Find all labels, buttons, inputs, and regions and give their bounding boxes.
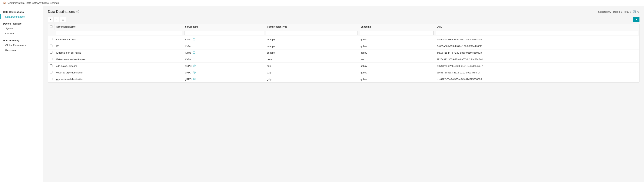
server-type-text: Kafka xyxy=(185,45,191,48)
row-server-type: Kafka ⓘ xyxy=(183,36,195,43)
row-destination-name: External-non-ssl-kafka xyxy=(54,50,183,56)
breadcrumb-admin[interactable]: Administration xyxy=(8,2,24,4)
filter-button[interactable]: ▼ xyxy=(633,17,640,22)
col-header-uuid[interactable]: UUID xyxy=(435,24,639,30)
row-checkbox[interactable] xyxy=(50,64,52,67)
row-info-icon[interactable]: ⓘ xyxy=(193,38,195,41)
table-row: grpc-external-destination gRPC ⓘ gzip gp… xyxy=(48,76,639,83)
row-checkbox-cell xyxy=(48,43,54,50)
sidebar-item-resource[interactable]: Resource xyxy=(0,48,43,53)
server-type-text: gRPC xyxy=(185,71,192,74)
table-row: D1 Kafka ⓘ snappy gpbkv 7e635a06-b203-4b… xyxy=(48,43,639,50)
server-type-text: Kafka xyxy=(185,51,191,54)
data-table-wrapper: Destination Name Server Type Compression… xyxy=(48,24,640,83)
gear-icon[interactable]: ⚙ xyxy=(637,10,640,13)
row-checkbox[interactable] xyxy=(50,58,52,60)
col-header-destination-name[interactable]: Destination Name xyxy=(54,24,183,30)
row-uuid: e6cd875f-c2c3-4116-9210-d9ca37ff4f14 xyxy=(435,69,639,76)
row-checkbox[interactable] xyxy=(50,78,52,80)
toolbar-right: ▼ xyxy=(633,17,640,22)
page-title-text: Data Destinations xyxy=(48,10,75,14)
header-right: Selected 0 / Filtered 0 / Total 7 🔄 ⚙ xyxy=(598,10,640,13)
filter-input-encoding[interactable] xyxy=(360,31,434,35)
col-header-check xyxy=(48,24,54,30)
row-checkbox[interactable] xyxy=(50,51,52,54)
refresh-icon[interactable]: 🔄 xyxy=(633,10,636,13)
select-all-checkbox[interactable] xyxy=(50,25,52,28)
row-compression-type: gzip xyxy=(265,76,358,83)
row-info-icon[interactable]: ⓘ xyxy=(193,64,196,68)
row-info-icon[interactable]: ⓘ xyxy=(193,44,195,48)
row-encoding: gpbkv xyxy=(358,76,434,83)
add-button[interactable]: + xyxy=(48,17,53,22)
row-checkbox-cell xyxy=(48,36,54,43)
toolbar: + ✎ 🗑 ▼ xyxy=(48,17,640,22)
row-encoding: gpbkv xyxy=(358,36,434,43)
col-header-server-type[interactable]: Server Type xyxy=(183,24,265,30)
page-title: Data Destinations ⓘ xyxy=(48,10,79,14)
filter-cell-server xyxy=(183,30,265,36)
row-checkbox-cell xyxy=(48,50,54,56)
row-checkbox[interactable] xyxy=(50,38,52,40)
row-checkbox[interactable] xyxy=(50,71,52,73)
sidebar-item-global-parameters[interactable]: Global Parameters xyxy=(0,43,43,48)
table-row: Crosswork_Kafka Kafka ⓘ snappy gpbkv c2a… xyxy=(48,36,639,43)
sidebar-section-data-gateway: Data Gateway xyxy=(0,38,43,43)
edit-button[interactable]: ✎ xyxy=(54,17,59,22)
delete-button[interactable]: 🗑 xyxy=(60,17,66,22)
row-destination-name: cdg-astack-pipeline xyxy=(54,63,183,69)
filter-input-uuid[interactable] xyxy=(436,31,638,35)
filter-input-compression[interactable] xyxy=(266,31,358,35)
sidebar-section-device-package: Device Package xyxy=(0,21,43,26)
sidebar-item-system[interactable]: System xyxy=(0,26,43,31)
row-info-icon[interactable]: ⓘ xyxy=(193,51,195,54)
table-row: cdg-astack-pipeline gRPC ⓘ gzip gpbkv e9… xyxy=(48,63,639,69)
row-info-icon[interactable]: ⓘ xyxy=(193,71,196,74)
table-row: External-non-ssl-kafka Kafka ⓘ snappy gp… xyxy=(48,50,639,56)
col-header-compression-type[interactable]: Compression Type xyxy=(265,24,358,30)
row-destination-name: grpc-external-destination xyxy=(54,76,183,83)
row-uuid: 7e635a06-b203-4b07-a137-80f99a4b00f3 xyxy=(435,43,639,50)
server-type-text: Kafka xyxy=(185,38,191,41)
toolbar-left: + ✎ 🗑 xyxy=(48,17,66,22)
filter-cell-compression xyxy=(265,30,358,36)
table-body: Crosswork_Kafka Kafka ⓘ snappy gpbkv c2a… xyxy=(48,36,639,83)
row-compression-type: snappy xyxy=(265,50,358,56)
row-compression-type: gzip xyxy=(265,63,358,69)
row-uuid: c2a8fba8-8363-3d22-b0c2-a9e449693fae xyxy=(435,36,639,43)
row-checkbox-cell xyxy=(48,69,54,76)
row-checkbox-cell xyxy=(48,63,54,69)
breadcrumb-sep2: / xyxy=(24,2,25,4)
row-destination-name: external-grpc-destination xyxy=(54,69,183,76)
breadcrumb-page: Data Gateway Global Settings xyxy=(26,2,59,4)
col-header-encoding[interactable]: Encoding xyxy=(358,24,434,30)
row-compression-type: none xyxy=(265,56,358,63)
sidebar-section-data-destinations: Data Destinations xyxy=(0,9,43,14)
filter-cell-uuid xyxy=(435,30,639,36)
row-server-type: gRPC ⓘ xyxy=(183,76,195,82)
data-table: Destination Name Server Type Compression… xyxy=(48,24,639,82)
sidebar-item-data-destinations[interactable]: Data Destinations xyxy=(0,14,43,19)
row-server-type: Kafka ⓘ xyxy=(183,43,195,49)
filter-input-server[interactable] xyxy=(184,31,264,35)
table-row: External-non-ssl-kafka-json Kafka ⓘ none… xyxy=(48,56,639,63)
row-info-icon[interactable]: ⓘ xyxy=(193,58,195,61)
server-type-text: Kafka xyxy=(185,58,191,61)
breadcrumb-sep1: / xyxy=(7,2,8,4)
server-type-text: gRPC xyxy=(185,78,192,81)
home-icon[interactable]: 🏠 xyxy=(3,2,6,4)
row-compression-type: gzip xyxy=(265,69,358,76)
status-text: Selected 0 / Filtered 0 / Total 7 xyxy=(598,10,631,13)
sidebar-item-custom[interactable]: Custom xyxy=(0,31,43,36)
row-info-icon[interactable]: ⓘ xyxy=(193,77,196,81)
row-checkbox[interactable] xyxy=(50,45,52,47)
row-checkbox-cell xyxy=(48,56,54,63)
row-encoding: gpbkv xyxy=(358,50,434,56)
main-content: Data Destinations ⓘ Selected 0 / Filtere… xyxy=(44,6,644,182)
page-header: Data Destinations ⓘ Selected 0 / Filtere… xyxy=(48,10,640,14)
row-encoding: gpbkv xyxy=(358,63,434,69)
page-info-icon[interactable]: ⓘ xyxy=(76,10,79,14)
table-header-row: Destination Name Server Type Compression… xyxy=(48,24,639,30)
filter-input-destination[interactable] xyxy=(56,31,182,35)
row-uuid: 3925e312-3039-4fde-9e57-4b234442c6a4 xyxy=(435,56,639,63)
